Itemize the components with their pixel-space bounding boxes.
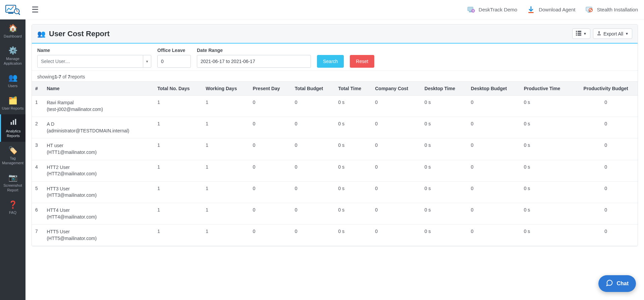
filter-name: Name Select User.... ▼ [37,48,151,68]
files-icon: 🗂️ [8,96,17,105]
cell-total_budget: 0 [291,117,335,138]
toplink-label: DeskTrack Demo [479,7,517,12]
table-row: 5HTT3 User(HTT3@mailinator.com)11000 s00… [32,181,638,203]
cell-desktop_budget: 0 [468,203,521,224]
result-count: showing1-7 of 7reports [32,71,638,81]
brand-logo[interactable] [0,0,25,19]
search-button[interactable]: Search [317,55,344,68]
cell-company_cost: 0 [372,203,421,224]
sidebar-item-label: Manage Application [0,57,25,66]
cell-total_days: 1 [154,96,202,117]
table-col-11[interactable]: Productivity Budget [574,82,638,96]
table-col-10[interactable]: Productive Time [521,82,574,96]
cell-present_day: 0 [250,138,291,160]
cell-desktop_time: 0 s [421,138,468,160]
sidebar-item-users[interactable]: 👥 Users [0,69,25,92]
cell-total_days: 1 [154,160,202,181]
table-col-6[interactable]: Total Time [335,82,372,96]
cell-desktop_budget: 0 [468,117,521,138]
export-icon [597,31,601,37]
panel-header: 👥 User Cost Report ▼ Export All ▼ [32,24,638,44]
cell-desktop_time: 0 s [421,160,468,181]
cell-working_days: 1 [202,96,249,117]
user-select[interactable]: Select User.... ▼ [37,55,151,68]
cell-total_budget: 0 [291,181,335,203]
export-all-button[interactable]: Export All ▼ [593,28,632,39]
cell-productive_time: 0 s [521,96,574,117]
bar-chart-icon [10,118,17,128]
office-leave-input[interactable] [161,59,187,64]
cell-productive_time: 0 s [521,225,574,246]
table-col-5[interactable]: Total Budget [291,82,335,96]
list-icon [576,31,581,37]
table-row: 4HTT2 User(HTT2@mailinator.com)11000 s00… [32,160,638,181]
cell-productivity_budget: 0 [574,181,638,203]
table-col-2[interactable]: Total No. Days [154,82,202,96]
table-col-1[interactable]: Name [43,82,154,96]
users-icon: 👥 [8,73,17,82]
tag-icon: 🏷️ [8,146,17,155]
sidebar-item-analytics-reports[interactable]: Analytics Reports [0,114,25,142]
resultcount-of: of [61,74,68,79]
table-row: 1Ravi Rampal(test-j002@mailinator.com)11… [32,96,638,117]
chat-button[interactable]: Chat [598,275,636,292]
cell-productivity_budget: 0 [574,96,638,117]
table-col-4[interactable]: Present Day [250,82,291,96]
camera-icon: 📷 [8,173,17,182]
sidebar-item-screenshot-report[interactable]: 📷 Screenshot Report [0,169,25,196]
svg-line-6 [18,13,20,15]
user-select-placeholder: Select User.... [41,59,70,64]
filter-office-leave-label: Office Leave [157,48,191,53]
svg-point-1 [13,6,14,7]
cell-idx: 4 [32,160,43,181]
cell-idx: 2 [32,117,43,138]
sidebar-item-dashboard[interactable]: 🏠 Dashboard [0,19,25,42]
cell-total_time: 0 s [335,96,372,117]
svg-rect-23 [578,33,581,34]
table-col-3[interactable]: Working Days [202,82,249,96]
filter-date-range: Date Range [197,48,311,68]
cell-desktop_time: 0 s [421,203,468,224]
toplink-stealth-installation[interactable]: Stealth Installation [585,5,638,14]
table-col-8[interactable]: Desktop Time [421,82,468,96]
svg-rect-11 [469,11,472,12]
report-panel: 👥 User Cost Report ▼ Export All ▼ Name [32,24,638,246]
caret-down-icon: ▼ [625,32,629,36]
cell-desktop_budget: 0 [468,225,521,246]
cell-total_days: 1 [154,117,202,138]
cell-productive_time: 0 s [521,181,574,203]
cell-company_cost: 0 [372,225,421,246]
svg-rect-14 [473,11,474,11]
list-view-button[interactable]: ▼ [572,28,590,39]
cell-idx: 5 [32,181,43,203]
table-body: 1Ravi Rampal(test-j002@mailinator.com)11… [32,96,638,246]
date-range-input[interactable] [201,59,307,64]
toplink-download-agent[interactable]: Download Agent [527,5,575,14]
sidebar-item-label: Screenshot Report [0,183,25,193]
toplink-label: Download Agent [539,7,575,12]
download-icon [527,5,535,14]
chat-icon [606,279,613,288]
filter-date-range-label: Date Range [197,48,311,53]
cell-total_days: 1 [154,225,202,246]
main-area: ☰ DeskTrack Demo Download Agent Stealth … [25,0,644,300]
sidebar-item-user-reports[interactable]: 🗂️ User Reports [0,92,25,114]
reset-button[interactable]: Reset [350,55,374,68]
table-col-0[interactable]: # [32,82,43,96]
sidebar-item-faq[interactable]: ❓ FAQ [0,196,25,219]
office-leave-input-wrap [157,55,191,68]
stealth-icon [585,5,593,14]
sidebar-item-manage-application[interactable]: ⚙️ Manage Application [0,42,25,69]
cell-working_days: 1 [202,225,249,246]
cell-idx: 1 [32,96,43,117]
svg-rect-7 [10,122,12,125]
sidebar-item-tag-management[interactable]: 🏷️ Tag Management [0,142,25,169]
table-col-7[interactable]: Company Cost [372,82,421,96]
toplink-demo[interactable]: DeskTrack Demo [467,5,517,14]
table-row: 3HT user(HTT1@mailinator.com)11000 s00 s… [32,138,638,160]
resultcount-range: 1-7 [54,74,61,79]
cell-desktop_time: 0 s [421,117,468,138]
chat-label: Chat [616,281,629,287]
hamburger-icon[interactable]: ☰ [32,5,39,14]
table-col-9[interactable]: Desktop Budget [468,82,521,96]
